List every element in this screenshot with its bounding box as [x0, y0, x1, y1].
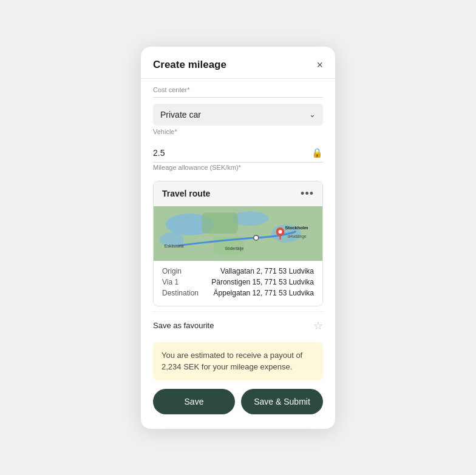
- payout-banner: You are estimated to receive a payout of…: [153, 342, 323, 380]
- svg-text:Stockholm: Stockholm: [285, 225, 308, 231]
- svg-rect-5: [202, 212, 238, 234]
- origin-value: Vallagatan 2, 771 53 Ludvika: [205, 267, 314, 275]
- vehicle-label: Vehicle*: [153, 128, 323, 135]
- destination-value: Äppelgatan 12, 771 53 Ludvika: [205, 289, 314, 297]
- route-details: Origin Vallagatan 2, 771 53 Ludvika Via …: [154, 261, 322, 306]
- modal-body: Cost center* Private car ⌄ Vehicle* 2.5 …: [141, 79, 335, 380]
- svg-text:Södertälje: Södertälje: [225, 246, 243, 251]
- via1-row: Via 1 Päronstigen 15, 771 53 Ludvika: [162, 278, 314, 286]
- save-submit-button[interactable]: Save & Submit: [241, 389, 323, 414]
- vehicle-dropdown-value: Private car: [160, 110, 201, 120]
- svg-text:oHuddinge: oHuddinge: [287, 234, 307, 238]
- more-options-icon[interactable]: •••: [301, 187, 314, 200]
- save-favourite-label: Save as favourite: [153, 321, 214, 330]
- destination-label: Destination: [162, 289, 205, 297]
- vehicle-dropdown[interactable]: Private car ⌄: [153, 104, 323, 126]
- payout-text: You are estimated to receive a payout of…: [162, 351, 302, 372]
- lock-icon: 🔒: [311, 147, 323, 158]
- modal-header: Create mileage ×: [141, 47, 335, 79]
- vehicle-section: Private car ⌄ Vehicle*: [153, 104, 323, 135]
- mileage-allowance-value: 2.5: [153, 148, 165, 158]
- travel-route-card: Travel route •••: [153, 181, 323, 306]
- svg-text:Eskilstuna: Eskilstuna: [165, 243, 184, 248]
- via1-label: Via 1: [162, 278, 205, 286]
- mileage-allowance-label: Mileage allowance (SEK/km)*: [153, 164, 323, 171]
- map-area: Eskilstuna Södertälje Stockholm oHudding…: [154, 206, 322, 261]
- mileage-allowance-section: 2.5 🔒: [153, 141, 323, 163]
- chevron-down-icon: ⌄: [309, 110, 316, 119]
- via1-value: Päronstigen 15, 771 53 Ludvika: [205, 278, 314, 286]
- buttons-row: Save Save & Submit: [141, 389, 335, 414]
- svg-point-12: [279, 230, 282, 234]
- travel-route-title: Travel route: [162, 189, 210, 198]
- travel-route-header: Travel route •••: [154, 181, 322, 206]
- close-button[interactable]: ×: [316, 59, 323, 70]
- destination-row: Destination Äppelgatan 12, 771 53 Ludvik…: [162, 289, 314, 297]
- save-button[interactable]: Save: [153, 389, 235, 414]
- modal-container: Create mileage × Cost center* Private ca…: [141, 47, 335, 429]
- save-favourite-row[interactable]: Save as favourite ☆: [153, 311, 323, 337]
- svg-point-14: [254, 235, 259, 240]
- modal-title: Create mileage: [153, 59, 226, 71]
- cost-center-label: Cost center*: [153, 86, 323, 93]
- origin-label: Origin: [162, 267, 205, 275]
- origin-row: Origin Vallagatan 2, 771 53 Ludvika: [162, 267, 314, 275]
- star-icon: ☆: [313, 319, 323, 332]
- cost-center-section: Cost center*: [153, 79, 323, 98]
